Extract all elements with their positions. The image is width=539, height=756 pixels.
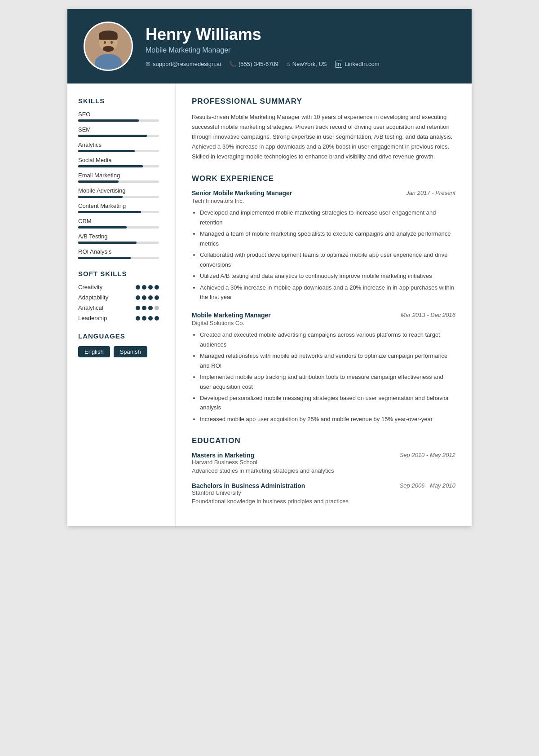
job-bullets: Developed and implemented mobile marketi… [192,208,455,302]
languages-section-title: LANGUAGES [78,332,164,340]
skill-fill [78,226,127,229]
skill-name: Analytics [78,141,164,148]
linkedin-icon: in [335,61,343,68]
skill-name: SEM [78,126,164,133]
svg-point-7 [110,41,113,44]
bullet-item: Achieved a 30% increase in mobile app do… [200,283,455,302]
email-icon: ✉ [146,61,150,67]
edu-date: Sep 2010 - May 2012 [400,452,455,458]
soft-skill-name: Adaptability [78,294,108,301]
job-company: Tech Innovators Inc. [192,198,455,204]
skill-bar [78,226,159,229]
bullet-item: Developed and implemented mobile marketi… [200,208,455,227]
skill-item: SEM [78,126,164,137]
phone-text: (555) 345-6789 [239,61,278,67]
svg-point-6 [104,41,106,44]
skill-dots [136,316,159,321]
skill-bar [78,196,159,198]
job-item: Senior Mobile Marketing Manager Jan 2017… [192,189,455,302]
skill-item: SEO [78,111,164,122]
contact-location: ⌂ NewYork, US [287,61,327,68]
skill-item: Content Marketing [78,202,164,213]
bullet-item: Created and executed mobile advertising … [200,330,455,349]
skill-bar [78,135,159,137]
svg-point-5 [103,46,114,52]
job-date: Mar 2013 - Dec 2016 [401,312,455,318]
skill-item: ROI Analysis [78,248,164,259]
dot-filled [136,295,140,300]
bullet-item: Collaborated with product development te… [200,250,455,269]
contact-email: ✉ support@resumedesign.ai [146,61,221,68]
education-item: Bachelors in Business Administration Sep… [192,482,455,505]
edu-header: Masters in Marketing Sep 2010 - May 2012 [192,452,455,459]
skill-name: CRM [78,218,164,224]
sidebar: SKILLS SEO SEM Analytics Social Media Em… [67,84,175,526]
skill-bar [78,119,159,122]
skill-fill [78,211,141,213]
skill-fill [78,196,123,198]
soft-skill-name: Analytical [78,304,103,311]
skill-item: Social Media [78,157,164,167]
job-title: Senior Mobile Marketing Manager [192,189,292,197]
soft-skills-section-title: SOFT SKILLS [78,270,164,277]
work-section-title: WORK EXPERIENCE [192,174,455,183]
language-tag: Spanish [114,346,147,357]
skill-name: Content Marketing [78,202,164,209]
job-item: Mobile Marketing Manager Mar 2013 - Dec … [192,312,455,424]
skill-item: Mobile Advertising [78,187,164,198]
education-section-title: EDUCATION [192,436,455,445]
skills-section-title: SKILLS [78,97,164,105]
bullet-item: Implemented mobile app tracking and attr… [200,372,455,391]
edu-school: Harvard Business School [192,459,455,466]
soft-skill-item: Creativity [78,284,159,290]
job-header: Mobile Marketing Manager Mar 2013 - Dec … [192,312,455,319]
skill-fill [78,242,137,244]
job-date: Jan 2017 - Present [406,189,455,196]
skill-item: A/B Testing [78,233,164,244]
edu-desc: Advanced studies in marketing strategies… [192,467,455,474]
skill-dots [136,306,159,310]
soft-skill-name: Leadership [78,315,107,321]
soft-skill-name: Creativity [78,284,102,290]
dot-empty [155,306,159,310]
contact-linkedin: in LinkedIn.com [335,61,380,68]
edu-header: Bachelors in Business Administration Sep… [192,482,455,489]
skill-item: CRM [78,218,164,229]
skill-fill [78,135,147,137]
skill-name: SEO [78,111,164,118]
skill-bar [78,180,159,183]
skill-fill [78,165,143,167]
languages-list: EnglishSpanish [78,346,164,357]
email-text: support@resumedesign.ai [153,61,221,67]
education-item: Masters in Marketing Sep 2010 - May 2012… [192,452,455,474]
dot-filled [142,285,146,290]
job-title: Mobile Marketing Manager [192,312,271,319]
contact-phone: 📞 (555) 345-6789 [229,61,278,68]
skill-name: A/B Testing [78,233,164,240]
skills-list: SEO SEM Analytics Social Media Email Mar… [78,111,164,259]
edu-date: Sep 2006 - May 2010 [400,482,455,489]
header-info: Henry Williams Mobile Marketing Manager … [146,25,455,67]
skill-name: Email Marketing [78,172,164,179]
resume-container: Henry Williams Mobile Marketing Manager … [67,9,472,526]
edu-desc: Foundational knowledge in business princ… [192,498,455,505]
skill-name: Mobile Advertising [78,187,164,194]
dot-filled [142,295,146,300]
dot-filled [148,295,153,300]
dot-filled [142,306,146,310]
dot-filled [136,316,140,321]
bullet-item: Increased mobile app user acquisition by… [200,414,455,424]
bullet-item: Utilized A/B testing and data analytics … [200,271,455,281]
resume-header: Henry Williams Mobile Marketing Manager … [67,9,472,84]
bullet-item: Managed a team of mobile marketing speci… [200,229,455,248]
bullet-item: Managed relationships with mobile ad net… [200,351,455,370]
location-icon: ⌂ [287,61,290,67]
job-header: Senior Mobile Marketing Manager Jan 2017… [192,189,455,197]
skill-fill [78,257,131,259]
job-company: Digital Solutions Co. [192,320,455,326]
summary-text: Results-driven Mobile Marketing Manager … [192,112,455,162]
contact-list: ✉ support@resumedesign.ai 📞 (555) 345-67… [146,61,455,68]
skill-fill [78,150,135,152]
summary-section-title: PROFESSIONAL SUMMARY [192,97,455,106]
skill-dots [136,295,159,300]
